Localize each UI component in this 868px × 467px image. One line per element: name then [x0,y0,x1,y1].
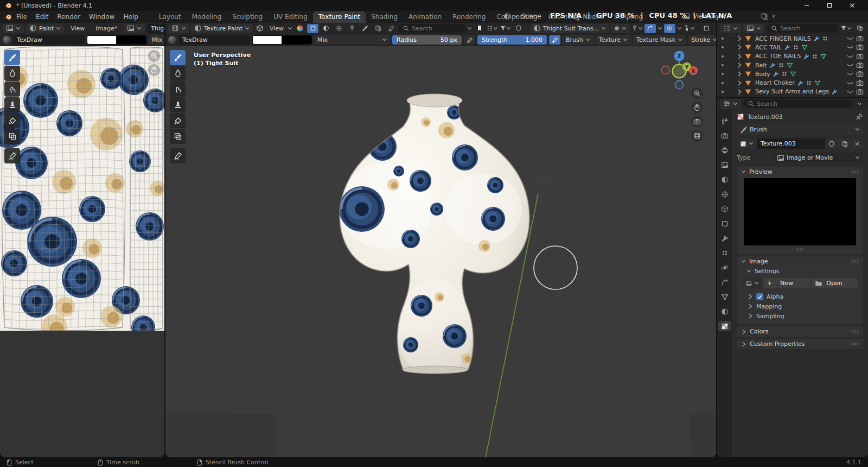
close-button[interactable] [841,0,864,11]
disable-render-icon[interactable] [856,43,864,51]
tab-particles[interactable] [718,248,731,258]
blend-mode-dropdown[interactable]: Mix [149,35,164,45]
disable-render-icon[interactable] [856,53,864,60]
colors-panel-header[interactable]: Colors [737,326,863,337]
face-mask-toggle[interactable] [333,24,344,33]
maximize-button[interactable] [818,0,841,11]
object-name[interactable]: ACC TAIL [755,44,782,51]
brush-name-field[interactable]: TexDraw [178,35,250,45]
app-menu-icon[interactable] [4,13,12,21]
outliner-row-acc-finger-nails[interactable]: ACC FINGER NAILS [717,34,868,43]
sampling-row[interactable]: Sampling [737,311,863,321]
tab-tool[interactable] [718,116,731,126]
paint-symmetry-icon[interactable] [254,24,266,33]
draw-tool-button[interactable] [170,50,186,65]
image-view-menu[interactable]: View [66,24,89,33]
texture-mask-panel-dropdown[interactable]: Texture Mask [633,35,686,45]
expand-icon[interactable] [737,80,742,86]
hide-viewport-icon[interactable] [846,53,854,60]
brush-panel-dropdown[interactable]: Brush [563,35,593,45]
viewport-view-menu[interactable]: View [267,25,286,32]
outliner-display-mode[interactable] [720,24,741,33]
texture-preview-image[interactable] [744,178,856,245]
new-texture-button[interactable] [838,138,851,149]
menu-edit[interactable]: Edit [31,12,53,22]
image-canvas[interactable] [0,46,164,331]
expand-icon[interactable] [748,294,753,299]
expand-icon[interactable] [737,71,742,77]
minimize-button[interactable] [795,0,818,11]
hide-viewport-icon[interactable] [846,35,854,42]
primary-color-swatch[interactable] [252,35,282,45]
tab-animation[interactable]: Animation [403,11,447,23]
texture-context-dropdown[interactable]: Brush [737,124,863,135]
outliner-row-belt[interactable]: Belt [717,61,868,70]
snap-toggle[interactable] [644,24,656,33]
outliner-search-input[interactable]: Search [767,24,838,33]
outliner-row-heart-choker[interactable]: Heart Choker [717,78,868,87]
draw-tool-button[interactable] [4,50,20,65]
tab-uv-editing[interactable]: UV Editing [268,11,313,23]
new-view-layer-icon[interactable] [761,12,768,20]
tab-layout[interactable]: Layout [154,11,187,23]
editor-type-button[interactable] [3,24,24,33]
primary-color-swatch[interactable] [87,35,117,45]
smear-tool-button[interactable] [170,81,186,97]
brush-preview-icon[interactable] [3,36,11,44]
editor-type-button[interactable] [720,99,741,109]
object-name[interactable]: Body [755,71,770,78]
mapping-row[interactable]: Mapping [737,301,863,311]
drag-grip-icon[interactable] [851,170,859,174]
ortho-grid-icon[interactable] [691,130,703,142]
type-dropdown[interactable]: Image or Movie [774,153,863,163]
new-image-button[interactable]: + New [763,278,810,288]
hide-viewport-icon[interactable] [846,70,854,78]
menu-help[interactable]: Help [119,12,142,22]
pin-icon[interactable] [856,113,863,121]
hide-viewport-icon[interactable] [846,88,854,96]
drag-grip-icon[interactable] [851,342,859,346]
remove-view-layer-icon[interactable] [771,14,776,19]
texture-name-field[interactable]: Texture.003 [757,138,825,149]
pan-hand-icon[interactable] [691,102,703,113]
breadcrumb-texture-name[interactable]: Texture.003 [748,113,783,121]
scene-name[interactable]: Scene [521,12,541,20]
material-dropdown[interactable]: Thight Suit Trans... [530,24,609,33]
clone-tool-button[interactable] [4,97,20,112]
menu-file[interactable]: File [12,12,31,22]
stencil-toggle[interactable] [346,24,358,33]
outliner-filter-dropdown[interactable] [840,24,852,33]
mask-tool-button[interactable] [170,129,186,144]
unlink-texture-button[interactable] [851,138,863,149]
menu-window[interactable]: Window [85,12,119,22]
new-collection-icon[interactable] [854,24,865,33]
hide-viewport-icon[interactable] [846,79,854,87]
image-image-menu[interactable]: Image* [91,24,122,33]
annotate-tool-button[interactable] [4,148,20,163]
tab-object[interactable] [718,218,731,229]
vertex-mask-toggle[interactable] [320,24,331,33]
radius-slider[interactable]: Radius 50 px [392,35,462,45]
axis-neg-z-ball[interactable] [675,81,684,89]
smear-tool-button[interactable] [4,81,20,97]
outliner-row-body[interactable]: Body [717,70,868,78]
pan-hand-icon[interactable] [148,64,160,76]
mask-tool-button[interactable] [4,129,20,144]
outliner-row-sexy-suit-arms-and-legs[interactable]: Sexy Suit Arms and Legs [717,87,868,96]
open-image-button[interactable]: Open [811,278,858,288]
disable-render-icon[interactable] [856,88,864,96]
disable-render-icon[interactable] [856,61,864,69]
camera-view-icon[interactable] [691,116,703,128]
fill-tool-button[interactable] [4,113,20,128]
tab-rendering[interactable]: Rendering [447,11,491,23]
object-name[interactable]: Belt [755,62,767,69]
tab-render[interactable] [718,130,731,141]
interaction-mode-dropdown[interactable]: Texture Paint [191,24,253,33]
resize-grip-icon[interactable] [796,248,804,251]
image-browse-dropdown[interactable] [742,278,762,288]
object-name[interactable]: Sexy Suit Arms and Legs [755,88,829,95]
brush-preview-icon[interactable] [168,36,176,44]
annotate-toggle[interactable] [385,24,397,33]
brush-toggle[interactable] [359,24,371,33]
drag-grip-icon[interactable] [851,330,859,333]
